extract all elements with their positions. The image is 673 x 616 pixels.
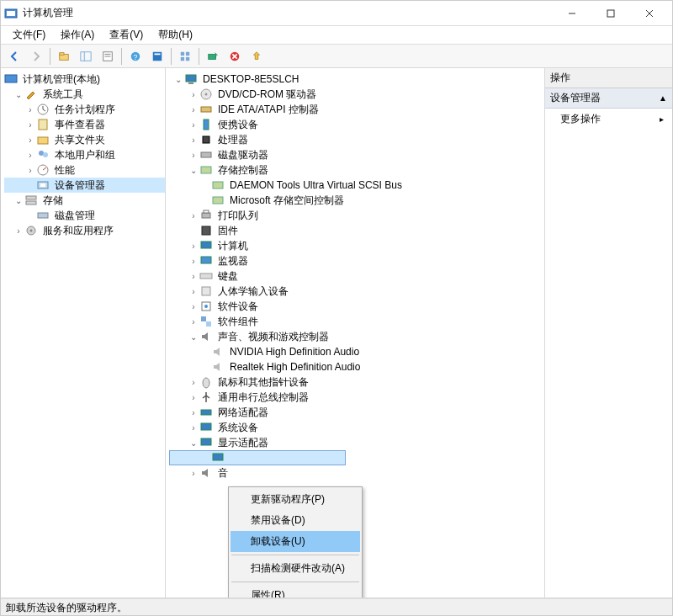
chevron-right-icon[interactable]: ›	[188, 105, 199, 114]
minimize-button[interactable]	[553, 1, 591, 26]
dev-msft-storage[interactable]: Microsoft 存储空间控制器	[169, 193, 544, 208]
menu-help[interactable]: 帮助(H)	[151, 26, 199, 44]
section-collapse-icon[interactable]: ▲	[659, 93, 667, 103]
chevron-right-icon[interactable]: ›	[24, 105, 36, 114]
chevron-right-icon[interactable]: ›	[188, 120, 199, 130]
cm-scan-hardware[interactable]: 扫描检测硬件改动(A)	[231, 558, 360, 579]
cat-sound[interactable]: ⌄声音、视频和游戏控制器	[169, 329, 544, 344]
chevron-right-icon[interactable]: ›	[188, 151, 199, 160]
show-hide-tree-button[interactable]	[76, 47, 96, 66]
device-root[interactable]: ⌄ DESKTOP-8E5SLCH	[169, 72, 544, 87]
chevron-right-icon[interactable]: ›	[188, 469, 199, 478]
toolbar: ?	[1, 45, 672, 68]
chevron-right-icon[interactable]: ›	[188, 317, 199, 327]
svg-rect-16	[155, 53, 161, 55]
cat-keyboards[interactable]: ›键盘	[169, 268, 544, 284]
tree-local-users-groups[interactable]: › 本地用户和组	[4, 147, 165, 162]
chevron-right-icon[interactable]: ›	[188, 287, 199, 296]
chevron-down-icon[interactable]: ⌄	[188, 332, 199, 342]
chevron-right-icon[interactable]: ›	[188, 272, 199, 281]
cat-portable[interactable]: ›便携设备	[169, 117, 544, 132]
context-menu: 更新驱动程序(P) 禁用设备(D) 卸载设备(U) 扫描检测硬件改动(A) 属性…	[228, 486, 363, 597]
uninstall-device-button[interactable]	[225, 47, 245, 66]
close-button[interactable]	[630, 1, 669, 26]
chevron-right-icon[interactable]: ›	[188, 302, 199, 311]
cat-disk-drives[interactable]: ›磁盘驱动器	[169, 147, 544, 162]
chevron-down-icon[interactable]: ⌄	[172, 75, 184, 84]
cat-mice[interactable]: ›鼠标和其他指针设备	[169, 374, 544, 390]
cat-usb[interactable]: ›通用串行总线控制器	[169, 390, 544, 405]
dev-daemon-scsi[interactable]: DAEMON Tools Ultra Virtual SCSI Bus	[169, 178, 544, 193]
update-driver-button[interactable]	[246, 47, 267, 66]
menu-view[interactable]: 查看(V)	[103, 26, 150, 44]
actions-more[interactable]: 更多操作 ▸	[545, 109, 672, 130]
chevron-right-icon[interactable]: ›	[188, 378, 199, 387]
tree-root-local[interactable]: 计算机管理(本地)	[4, 72, 165, 87]
chevron-right-icon[interactable]: ›	[188, 211, 199, 220]
cat-monitors[interactable]: ›监视器	[169, 253, 544, 268]
chevron-right-icon[interactable]: ›	[24, 135, 36, 145]
chevron-right-icon[interactable]: ›	[188, 135, 199, 145]
console-tree-pane[interactable]: 计算机管理(本地) ⌄ 系统工具 › 任务计划程序 › 事件查看器 › 共享文件…	[1, 68, 166, 597]
tree-services-apps[interactable]: › 服务和应用程序	[4, 223, 165, 238]
chevron-down-icon[interactable]: ⌄	[13, 90, 24, 99]
cat-network[interactable]: ›网络适配器	[169, 405, 544, 420]
chevron-down-icon[interactable]: ⌄	[13, 196, 24, 205]
menu-action[interactable]: 操作(A)	[54, 26, 101, 44]
cat-software-components[interactable]: ›软件组件	[169, 314, 544, 329]
back-button[interactable]	[4, 47, 24, 66]
cat-display-adapters[interactable]: ⌄显示适配器	[169, 435, 544, 450]
chevron-down-icon[interactable]: ⌄	[188, 438, 199, 448]
tree-system-tools[interactable]: ⌄ 系统工具	[4, 87, 165, 102]
cat-print-queues[interactable]: ›打印队列	[169, 208, 544, 223]
cat-audio-io[interactable]: ›音	[169, 465, 544, 481]
cat-hid[interactable]: ›人体学输入设备	[169, 284, 544, 299]
tree-shared-folders[interactable]: › 共享文件夹	[4, 132, 165, 147]
scan-hardware-button[interactable]	[203, 47, 223, 66]
tree-device-manager[interactable]: 设备管理器	[4, 178, 165, 193]
svg-point-58	[204, 305, 208, 308]
chevron-right-icon[interactable]: ›	[188, 90, 199, 99]
cm-update-driver[interactable]: 更新驱动程序(P)	[231, 489, 360, 510]
forward-button[interactable]	[26, 47, 46, 66]
cat-computer[interactable]: ›计算机	[169, 238, 544, 253]
cm-uninstall-device[interactable]: 卸载设备(U)	[231, 531, 360, 552]
chevron-right-icon[interactable]: ›	[188, 423, 199, 433]
tree-storage[interactable]: ⌄ 存储	[4, 193, 165, 208]
tree-performance[interactable]: › 性能	[4, 162, 165, 178]
chevron-right-icon[interactable]: ›	[24, 120, 36, 130]
chevron-down-icon[interactable]: ⌄	[188, 166, 199, 175]
cm-disable-device[interactable]: 禁用设备(D)	[231, 510, 360, 531]
dev-selected-display-adapter[interactable]	[169, 450, 346, 465]
chevron-right-icon[interactable]: ›	[188, 257, 199, 266]
tree-event-viewer[interactable]: › 事件查看器	[4, 117, 165, 132]
chevron-right-icon[interactable]: ›	[24, 166, 36, 175]
chevron-right-icon[interactable]: ›	[188, 408, 199, 417]
chevron-right-icon[interactable]: ›	[188, 393, 199, 402]
chevron-right-icon[interactable]: ›	[13, 226, 24, 236]
view-large-button[interactable]	[175, 47, 195, 66]
cm-properties[interactable]: 属性(R)	[231, 585, 360, 597]
properties-button[interactable]	[98, 47, 118, 66]
up-button[interactable]	[54, 47, 74, 66]
cat-storage-controllers[interactable]: ⌄存储控制器	[169, 162, 544, 178]
cat-software-devices[interactable]: ›软件设备	[169, 299, 544, 314]
tree-disk-management[interactable]: 磁盘管理	[4, 208, 165, 223]
cat-ide[interactable]: ›IDE ATA/ATAPI 控制器	[169, 102, 544, 117]
chevron-right-icon[interactable]: ›	[24, 151, 36, 160]
chevron-right-icon[interactable]: ›	[188, 242, 199, 251]
cat-firmware[interactable]: 固件	[169, 223, 544, 238]
action-button[interactable]	[147, 47, 167, 66]
dev-nvidia-audio[interactable]: NVIDIA High Definition Audio	[169, 344, 544, 359]
tree-task-scheduler[interactable]: › 任务计划程序	[4, 102, 165, 117]
help-button[interactable]: ?	[125, 47, 146, 66]
dev-realtek-audio[interactable]: Realtek High Definition Audio	[169, 359, 544, 374]
cat-processors[interactable]: ›处理器	[169, 132, 544, 147]
actions-section[interactable]: 设备管理器 ▲	[545, 88, 672, 109]
cat-system-devices[interactable]: ›系统设备	[169, 420, 544, 435]
device-tree-pane[interactable]: ⌄ DESKTOP-8E5SLCH ›DVD/CD-ROM 驱动器 ›IDE A…	[166, 68, 545, 597]
menu-file[interactable]: 文件(F)	[6, 26, 52, 44]
cat-dvd[interactable]: ›DVD/CD-ROM 驱动器	[169, 87, 544, 102]
svg-text:?: ?	[134, 52, 138, 61]
maximize-button[interactable]	[591, 1, 630, 26]
